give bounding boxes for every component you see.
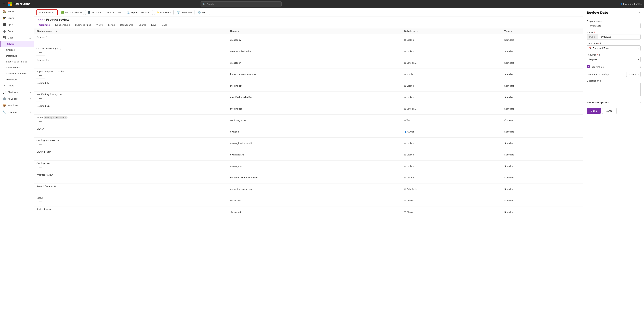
sidebar-item-create[interactable]: ➕ Create xyxy=(0,28,34,34)
table-row: Created By···createdby⊞ LookupStandard xyxy=(34,34,583,46)
chevron-down-icon: ▾ xyxy=(640,101,640,104)
dots-menu[interactable]: ··· xyxy=(36,84,45,90)
tab-data[interactable]: Data xyxy=(159,22,170,28)
dots-menu[interactable]: ··· xyxy=(36,73,45,78)
tab-business-rules[interactable]: Business rules xyxy=(72,22,94,28)
sidebar-item-choices[interactable]: Choices xyxy=(0,47,34,53)
info-icon[interactable]: ℹ xyxy=(599,54,600,56)
breadcrumb-parent[interactable]: Tables xyxy=(36,18,43,21)
sidebar-item-flows[interactable]: ⚡ Flows xyxy=(0,82,34,89)
tab-dashboards[interactable]: Dashboards xyxy=(118,22,136,28)
edit-excel-button[interactable]: 🟩 Edit data in Excel xyxy=(59,10,84,15)
dots-menu[interactable]: ··· xyxy=(36,107,45,113)
ai-builder-button[interactable]: ✨ AI Builder ▾ xyxy=(154,10,173,15)
col-header-display-name[interactable]: Display name ↑ ▾ xyxy=(34,28,228,34)
dots-menu[interactable]: ··· xyxy=(36,130,45,136)
get-data-button[interactable]: 🗄️ Get data ▾ xyxy=(85,10,104,15)
searchable-checkbox[interactable]: ✓ xyxy=(587,65,590,68)
sidebar-item-home[interactable]: 🏠 Home xyxy=(0,8,34,15)
description-textarea[interactable] xyxy=(587,83,640,96)
sidebar-item-custom-connectors[interactable]: Custom Connectors xyxy=(0,70,34,76)
tab-relationships[interactable]: Relationships xyxy=(52,22,72,28)
tab-charts[interactable]: Charts xyxy=(136,22,148,28)
filter-icon[interactable]: ▾ xyxy=(56,30,57,32)
dots-menu[interactable]: ··· xyxy=(36,164,45,170)
dots-menu[interactable]: ··· xyxy=(36,199,45,205)
sidebar-item-connections[interactable]: Connections xyxy=(0,65,34,70)
col-header-name[interactable]: Name ▾ xyxy=(228,28,402,34)
sidebar-item-dataflows[interactable]: Dataflows xyxy=(0,53,34,59)
col-header-data-type[interactable]: Data type ▾ xyxy=(402,28,502,34)
name-input[interactable] xyxy=(598,34,640,40)
cancel-button[interactable]: Cancel xyxy=(602,108,617,114)
data-type-select-row[interactable]: 📅 Date and Time ▾ xyxy=(587,46,640,51)
display-name-cell: Owner··· xyxy=(34,126,228,138)
dots-menu[interactable]: ··· xyxy=(36,50,45,56)
tab-keys[interactable]: Keys xyxy=(148,22,159,28)
dots-menu[interactable]: ··· xyxy=(36,176,45,182)
delete-icon: 🗑️ xyxy=(177,11,180,14)
filter-icon[interactable]: ▾ xyxy=(238,30,239,32)
search-input[interactable] xyxy=(206,3,280,6)
info-icon[interactable]: ℹ xyxy=(600,80,601,82)
data-type-cell: ⊞ Lookup xyxy=(402,34,502,46)
delete-table-button[interactable]: 🗑️ Delete table xyxy=(175,10,194,15)
info-icon[interactable]: ℹ xyxy=(596,31,596,34)
dots-menu[interactable]: ··· xyxy=(36,61,45,67)
dots-menu[interactable]: ··· xyxy=(36,210,45,216)
sidebar-item-apps[interactable]: ⬛ Apps xyxy=(0,21,34,28)
sidebar-item-learn[interactable]: 🎓 Learn xyxy=(0,15,34,21)
export-lake-button[interactable]: 🌊 Export to data lake ▾ xyxy=(125,10,153,15)
search-bar[interactable]: 🔍 xyxy=(200,1,282,7)
tab-forms[interactable]: Forms xyxy=(105,22,118,28)
dots-menu[interactable]: ··· xyxy=(36,142,45,147)
col-header-type[interactable]: Type ▾ xyxy=(502,28,583,34)
filter-icon[interactable]: ▾ xyxy=(511,30,512,32)
type-cell: Standard xyxy=(502,34,583,46)
info-icon[interactable]: ℹ xyxy=(610,73,610,76)
settings-button[interactable]: ⚙️ Setti... xyxy=(196,10,210,15)
dots-menu[interactable]: ··· xyxy=(36,119,45,124)
sidebar-item-devtools[interactable]: 🔧 DevTools ▾ xyxy=(0,109,34,115)
data-type-cell: ⊞ Whole ... xyxy=(402,69,502,80)
sidebar-item-data[interactable]: 💾 Data ▲ xyxy=(0,34,34,41)
close-button[interactable]: × xyxy=(639,11,640,14)
sidebar-item-label: DevTools xyxy=(8,111,18,113)
table-area: Display name ↑ ▾ Name ▾ xyxy=(34,28,583,330)
data-type-label: Data type * ℹ xyxy=(587,42,640,45)
sidebar-item-ai-builder[interactable]: 🤖 AI Builder ▾ xyxy=(0,96,34,102)
filter-icon[interactable]: ▾ xyxy=(417,30,418,32)
excel-icon: 🟩 xyxy=(61,11,64,14)
dots-menu[interactable]: ··· xyxy=(36,153,45,159)
table-row: Modified On···modifiedon⊞ Date an...Stan… xyxy=(34,103,583,114)
sidebar-item-chatbots[interactable]: 💬 Chatbots ▾ xyxy=(0,89,34,96)
columns-table: Display name ↑ ▾ Name ▾ xyxy=(34,28,583,218)
sidebar-item-solutions[interactable]: 📦 Solutions xyxy=(0,102,34,109)
display-name-input[interactable] xyxy=(587,23,640,28)
display-name-cell: Product review··· xyxy=(34,172,228,184)
sidebar-item-label: Connections xyxy=(6,66,20,69)
sidebar-item-gateways[interactable]: Gateways xyxy=(0,76,34,82)
data-type-cell: ⊞ Unique ... xyxy=(402,172,502,184)
tab-views[interactable]: Views xyxy=(94,22,106,28)
calc-add-button[interactable]: ＋ + Add ▾ xyxy=(626,72,640,77)
hamburger-icon[interactable]: ☰ xyxy=(2,2,6,6)
dots-menu[interactable]: ··· xyxy=(36,96,45,102)
sidebar-item-tables[interactable]: Tables xyxy=(0,41,34,47)
add-column-button[interactable]: ＋ + Add column xyxy=(36,10,58,15)
dots-menu[interactable]: ··· xyxy=(36,38,45,44)
sidebar-item-export[interactable]: Export to data lake xyxy=(0,59,34,65)
required-label: Required * ℹ xyxy=(587,54,640,56)
name-field-group: Name * ℹ cr25d_ xyxy=(587,31,640,40)
breadcrumb-current: Product review xyxy=(46,18,69,21)
info-icon[interactable]: ℹ xyxy=(600,42,601,45)
plus-icon: ＋ xyxy=(628,73,630,76)
required-select[interactable]: Required Optional xyxy=(587,57,640,62)
display-name-cell: NamePrimary Name Column··· xyxy=(34,114,228,126)
dots-menu[interactable]: ··· xyxy=(36,188,45,193)
export-data-button[interactable]: → Export data xyxy=(105,10,124,15)
info-icon[interactable]: ℹ xyxy=(640,66,640,68)
tab-columns[interactable]: Columns xyxy=(36,22,52,28)
done-button[interactable]: Done xyxy=(587,108,601,114)
advanced-options-row[interactable]: Advanced options ▾ xyxy=(584,99,644,106)
